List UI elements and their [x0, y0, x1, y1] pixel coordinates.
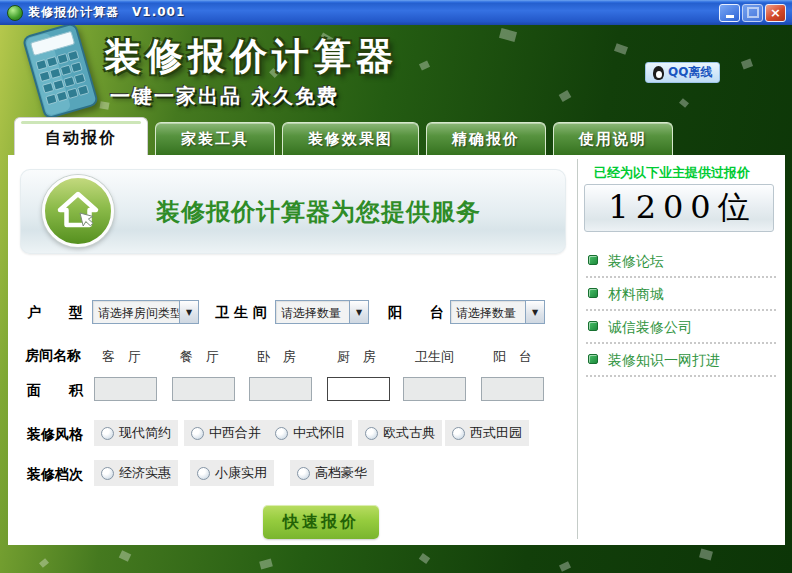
radio-button-icon	[297, 467, 310, 480]
home-button[interactable]	[42, 175, 114, 247]
link-renovation-knowledge[interactable]: 装修知识一网打进	[586, 344, 776, 377]
link-label: 装修知识一网打进	[608, 352, 720, 368]
radio-button-icon	[101, 427, 114, 440]
radio-label: 中式怀旧	[293, 424, 345, 442]
radio-button-icon	[197, 467, 210, 480]
minimize-button[interactable]	[719, 4, 740, 22]
link-label: 诚信装修公司	[608, 319, 692, 335]
bathroom-count-select[interactable]: 请选择数量 ▼	[275, 300, 369, 324]
radio-label: 欧式古典	[383, 424, 435, 442]
chevron-down-icon: ▼	[525, 301, 544, 323]
sidebar: 已经为以下业主提供过报价 1200位 装修论坛 材料商城 诚信装修公司 装修知识…	[578, 155, 785, 545]
sidebar-links: 装修论坛 材料商城 诚信装修公司 装修知识一网打进	[586, 245, 776, 377]
radio-style-mixed[interactable]: 中西合并	[184, 420, 268, 446]
app-header: 装修报价计算器 一键一家出品 永久免费 QQ离线	[0, 25, 792, 118]
room-names-label: 房间名称	[25, 347, 81, 365]
quick-quote-button[interactable]: 快速报价	[263, 505, 379, 539]
radio-label: 小康实用	[215, 464, 267, 482]
radio-style-chinese[interactable]: 中式怀旧	[268, 420, 352, 446]
area-input-bedroom[interactable]	[249, 377, 312, 401]
area-input-living[interactable]	[94, 377, 157, 401]
radio-label: 西式田园	[470, 424, 522, 442]
radio-label: 中西合并	[209, 424, 261, 442]
app-title: 装修报价计算器	[104, 32, 398, 82]
radio-label: 经济实惠	[119, 464, 171, 482]
bathroom-count-value: 请选择数量	[276, 301, 349, 323]
maximize-icon	[747, 7, 759, 18]
house-type-label: 户 型	[27, 304, 83, 322]
chevron-down-icon: ▼	[349, 301, 368, 323]
area-input-bathroom[interactable]	[403, 377, 466, 401]
window-controls: ×	[719, 4, 786, 22]
radio-button-icon	[191, 427, 204, 440]
tab-auto-quote[interactable]: 自动报价	[14, 117, 148, 155]
radio-style-pastoral[interactable]: 西式田园	[445, 420, 529, 446]
room-label-bedroom: 卧 房	[257, 348, 296, 366]
area-label: 面 积	[27, 382, 83, 400]
counter-title: 已经为以下业主提供过报价	[594, 164, 750, 182]
radio-style-european[interactable]: 欧式古典	[358, 420, 442, 446]
radio-style-modern[interactable]: 现代简约	[94, 420, 178, 446]
bullet-icon	[588, 288, 598, 298]
tab-bar: 自动报价 家装工具 装修效果图 精确报价 使用说明	[14, 118, 680, 155]
link-trusted-companies[interactable]: 诚信装修公司	[586, 311, 776, 344]
radio-grade-comfort[interactable]: 小康实用	[190, 460, 274, 486]
radio-button-icon	[365, 427, 378, 440]
room-label-living: 客 厅	[102, 348, 141, 366]
tab-home-tools[interactable]: 家装工具	[155, 122, 275, 155]
room-label-dining: 餐 厅	[180, 348, 219, 366]
house-type-select[interactable]: 请选择房间类型 ▼	[92, 300, 199, 324]
close-button[interactable]: ×	[765, 4, 786, 22]
service-banner: 装修报价计算器为您提供服务	[20, 169, 566, 254]
link-material-mall[interactable]: 材料商城	[586, 278, 776, 311]
link-label: 材料商城	[608, 286, 664, 302]
area-input-dining[interactable]	[172, 377, 235, 401]
bathroom-count-label: 卫 生 间	[215, 304, 267, 322]
app-icon	[7, 5, 23, 21]
title-bar: 装修报价计算器 V1.001 ×	[0, 0, 792, 25]
minimize-icon	[726, 15, 734, 18]
house-type-value: 请选择房间类型	[93, 301, 179, 323]
banner-text: 装修报价计算器为您提供服务	[156, 196, 481, 228]
radio-label: 现代简约	[119, 424, 171, 442]
app-subtitle: 一键一家出品 永久免费	[110, 83, 339, 110]
main-panel: 装修报价计算器为您提供服务 户 型 请选择房间类型 ▼ 卫 生 间 请选择数量 …	[8, 155, 785, 545]
room-label-bathroom: 卫生间	[415, 348, 454, 366]
area-input-kitchen[interactable]	[327, 377, 390, 401]
balcony-count-value: 请选择数量	[451, 301, 525, 323]
link-label: 装修论坛	[608, 253, 664, 269]
room-label-balcony: 阳 台	[493, 348, 532, 366]
maximize-button[interactable]	[742, 4, 763, 22]
bullet-icon	[588, 354, 598, 364]
window-title: 装修报价计算器 V1.001	[28, 4, 719, 21]
balcony-count-label: 阳 台	[388, 304, 444, 322]
bullet-icon	[588, 321, 598, 331]
qq-status-button[interactable]: QQ离线	[645, 62, 720, 83]
balcony-count-select[interactable]: 请选择数量 ▼	[450, 300, 545, 324]
room-label-kitchen: 厨 房	[337, 348, 376, 366]
bullet-icon	[588, 255, 598, 265]
link-renovation-forum[interactable]: 装修论坛	[586, 245, 776, 278]
counter-value: 1200位	[584, 184, 774, 232]
grade-label: 装修档次	[27, 466, 83, 484]
radio-label: 高档豪华	[315, 464, 367, 482]
tab-precise-quote[interactable]: 精确报价	[426, 122, 546, 155]
area-input-balcony[interactable]	[481, 377, 544, 401]
calculator-logo-icon	[14, 25, 106, 125]
radio-button-icon	[101, 467, 114, 480]
tab-instructions[interactable]: 使用说明	[553, 122, 673, 155]
close-icon: ×	[770, 5, 781, 20]
radio-grade-economy[interactable]: 经济实惠	[94, 460, 178, 486]
radio-button-icon	[275, 427, 288, 440]
house-cursor-icon	[55, 188, 101, 234]
radio-grade-luxury[interactable]: 高档豪华	[290, 460, 374, 486]
radio-button-icon	[452, 427, 465, 440]
qq-status-label: QQ离线	[668, 64, 712, 81]
tab-renovation-gallery[interactable]: 装修效果图	[282, 122, 419, 155]
style-label: 装修风格	[27, 426, 83, 444]
qq-penguin-icon	[653, 66, 664, 80]
chevron-down-icon: ▼	[179, 301, 198, 323]
